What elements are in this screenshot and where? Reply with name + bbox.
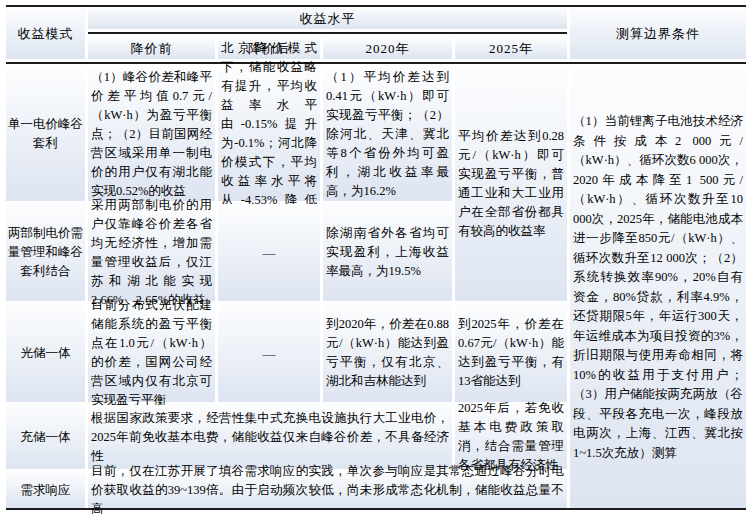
cell-text: 目前，仅在江苏开展了填谷需求响应的实践，单次参与响应是其常态通过峰谷分时电价获取…	[88, 461, 567, 514]
header-before-price-cut: 降价前	[88, 37, 215, 59]
cell-boundary-conditions: （1）当前锂离子电池技术经济条件按成本2 000元/（kW·h）、循环次数6 0…	[570, 67, 746, 508]
rule-under-header	[6, 62, 746, 64]
header-2020: 2020年	[323, 37, 452, 59]
cell-text: （1）峰谷价差和峰平价差平均值0.7元/（kW·h）为盈亏平衡点；（2）目前国网…	[88, 67, 215, 202]
row-single-price-after: 北京降价模式下，储能收益略有提升，平均收益率水平由-0.15%提升为-0.1%；…	[218, 67, 320, 201]
cell-text: 到2020年，价差在0.88元/（kW·h）能达到盈亏平衡，仅有北京、湖北和吉林…	[323, 314, 452, 392]
cell-text: 除湖南省外各省均可实现盈利，上海收益率最高，为19.5%	[323, 223, 452, 282]
cell-text: 到2025年，价差在0.67元/（kW·h）能达到盈亏平衡，有13省能达到	[455, 314, 567, 392]
cell-text: 根据国家政策要求，经营性集中式充换电设施执行大工业电价，2025年前免收基本电费…	[88, 408, 452, 467]
row-pv-storage-mode: 光储一体	[6, 304, 85, 402]
header-boundary-conditions: 测算边界条件	[570, 7, 746, 59]
cell-text: 平均价差达到0.28元/（kW·h）即可实现盈亏平衡，普通工业和大工业用户在全部…	[455, 126, 567, 242]
rule-under-revenue-level	[88, 32, 567, 34]
header-2025: 2025年	[455, 37, 567, 59]
cell-text: 采用两部制电价的用户仅靠峰谷价差各省均无经济性，增加需量管理收益后，仅江苏和湖北…	[88, 195, 215, 311]
row-two-part-before: 采用两部制电价的用户仅靠峰谷价差各省均无经济性，增加需量管理收益后，仅江苏和湖北…	[88, 204, 215, 301]
row-single-price-2020: （1）平均价差达到0.41元（kW·h）即可实现盈亏平衡；（2）除河北、天津、冀…	[323, 67, 452, 201]
row-pv-storage-after-dash: —	[218, 304, 320, 402]
row-single-price-mode: 单一电价峰谷套利	[6, 67, 85, 201]
row-charge-storage-merged: 根据国家政策要求，经营性集中式充换电设施执行大工业电价，2025年前免收基本电费…	[88, 405, 452, 469]
storage-revenue-table: 收益模式 收益水平 测算边界条件 降价前 降价后 2020年 2025年 单一电…	[6, 5, 746, 510]
cell-text: 目前分布式光伏配建储能系统的盈亏平衡点在1.0元/（kW·h）的价差，国网公司经…	[88, 295, 215, 411]
row-demand-response-mode: 需求响应	[6, 472, 85, 508]
row-charge-storage-2025: 2025年后，若免收基本电费政策取消，结合需量管理各省都具有经济性	[455, 405, 567, 469]
row-single-price-before: （1）峰谷价差和峰平价差平均值0.7元/（kW·h）为盈亏平衡点；（2）目前国网…	[88, 67, 215, 201]
row-two-part-2020: 除湖南省外各省均可实现盈利，上海收益率最高，为19.5%	[323, 204, 452, 301]
cell-text: （1）平均价差达到0.41元（kW·h）即可实现盈亏平衡；（2）除河北、天津、冀…	[323, 67, 452, 202]
header-revenue-level: 收益水平	[88, 7, 567, 29]
row-pv-storage-2025: 到2025年，价差在0.67元/（kW·h）能达到盈亏平衡，有13省能达到	[455, 304, 567, 402]
row-two-part-after-dash: —	[218, 204, 320, 301]
cell-2025-single-and-two-part: 平均价差达到0.28元/（kW·h）即可实现盈亏平衡，普通工业和大工业用户在全部…	[455, 67, 567, 301]
cell-text: 北京降价模式下，储能收益略有提升，平均收益率水平由-0.15%提升为-0.1%；…	[218, 38, 320, 230]
row-two-part-mode: 两部制电价需量管理和峰谷套利结合	[6, 204, 85, 301]
row-demand-response-merged: 目前，仅在江苏开展了填谷需求响应的实践，单次参与响应是其常态通过峰谷分时电价获取…	[88, 472, 567, 508]
cell-text: （1）当前锂离子电池技术经济条件按成本2 000元/（kW·h）、循环次数6 0…	[570, 111, 746, 464]
row-charge-storage-mode: 充储一体	[6, 405, 85, 469]
row-pv-storage-before: 目前分布式光伏配建储能系统的盈亏平衡点在1.0元/（kW·h）的价差，国网公司经…	[88, 304, 215, 402]
row-pv-storage-2020: 到2020年，价差在0.88元/（kW·h）能达到盈亏平衡，仅有北京、湖北和吉林…	[323, 304, 452, 402]
header-mode: 收益模式	[6, 7, 85, 59]
